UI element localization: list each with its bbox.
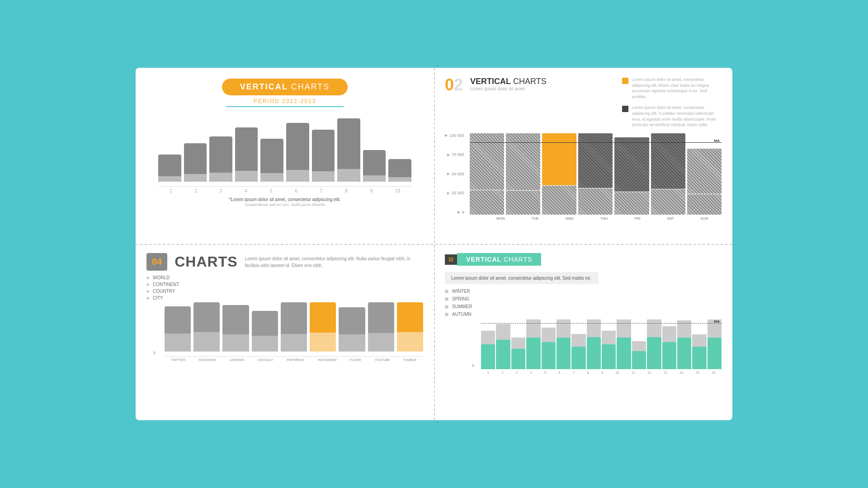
bl-bar-top bbox=[222, 305, 249, 334]
bl-bar-top bbox=[397, 302, 423, 332]
br-bar-chart: MA bbox=[481, 319, 722, 369]
br-bar-wrap bbox=[557, 319, 571, 369]
bar-tr-segment bbox=[542, 186, 576, 215]
bl-bar-bottom bbox=[222, 334, 249, 352]
bar-tl bbox=[184, 143, 207, 182]
bl-dot bbox=[146, 297, 149, 300]
br-category-row: WINTER bbox=[445, 289, 722, 294]
br-bar-teal bbox=[632, 351, 646, 369]
tr-bar-group bbox=[687, 133, 722, 215]
br-number: 12 bbox=[448, 257, 453, 262]
br-bar-wrap bbox=[587, 319, 601, 369]
br-bar-teal bbox=[602, 344, 616, 369]
tr-title-bold: VERTICAL bbox=[470, 77, 511, 86]
tr-bar-group bbox=[470, 133, 504, 215]
br-title-pill: VERTICAL CHARTS bbox=[457, 253, 541, 266]
tl-period-year: 2012-2013 bbox=[282, 98, 316, 104]
br-bar-wrap bbox=[708, 319, 722, 369]
bl-bar-top bbox=[339, 307, 365, 334]
tr-ma-line bbox=[470, 142, 722, 143]
br-x-label: 3 bbox=[516, 371, 518, 374]
legend-text: Lorem ipsum dolor sit amet, consectetur … bbox=[632, 105, 722, 127]
tr-y-label: ▶25 000 bbox=[447, 191, 464, 195]
tl-footnote-main: *Lorem ipsum dolor sit amet, consectetur… bbox=[149, 197, 420, 202]
tl-pill-light: CHARTS bbox=[288, 82, 330, 91]
tl-axis-label: 8 bbox=[345, 188, 348, 193]
br-bar-teal bbox=[677, 338, 691, 369]
br-bar-wrap bbox=[602, 319, 616, 369]
br-bar-grey bbox=[617, 319, 631, 338]
tl-axis-labels: 12345678910 bbox=[158, 188, 411, 193]
tl-axis-label: 6 bbox=[295, 188, 297, 193]
bl-category-row: CONTINENT bbox=[146, 282, 423, 287]
br-dot bbox=[445, 305, 448, 309]
br-bar-grey bbox=[571, 334, 585, 347]
br-x-label: 13 bbox=[664, 371, 667, 374]
bar-tl bbox=[363, 150, 386, 182]
br-x-label: 4 bbox=[530, 371, 532, 374]
bl-row-label: WORLD bbox=[153, 275, 170, 280]
bl-bar-bottom bbox=[310, 333, 336, 352]
bl-y-zero: 0 bbox=[153, 351, 156, 355]
bl-category-rows: WORLDCONTINENTCOUNTRYCITY bbox=[146, 275, 423, 300]
bottom-right-quadrant: 12 VERTICAL CHARTS Lorem ipsum dolor sit… bbox=[434, 244, 732, 420]
br-bar-wrap bbox=[632, 319, 646, 369]
br-bar-grey bbox=[662, 326, 676, 342]
br-bar-grey bbox=[602, 331, 616, 344]
tr-ma-label: MA bbox=[714, 139, 720, 143]
tr-bar-group bbox=[651, 133, 685, 215]
br-x-label: 6 bbox=[559, 371, 561, 374]
br-bar-teal bbox=[617, 338, 631, 369]
bl-row-label: COUNTRY bbox=[153, 289, 175, 294]
tr-y-arrow: ▶ bbox=[447, 153, 450, 157]
br-x-label: 7 bbox=[573, 371, 575, 374]
br-x-label: 8 bbox=[587, 371, 589, 374]
br-bar-teal bbox=[587, 337, 601, 369]
tr-y-label: ▶100 000 bbox=[445, 133, 464, 138]
bl-dot bbox=[146, 290, 149, 293]
bar-tl bbox=[312, 130, 335, 182]
tr-bar-group bbox=[506, 133, 540, 215]
tl-title-area: VERTICAL CHARTS PERIOD 2012-2013 bbox=[149, 79, 420, 107]
br-bar-teal bbox=[542, 342, 556, 369]
br-y-zero: 0 bbox=[472, 363, 474, 368]
tl-axis-label: 3 bbox=[220, 188, 222, 193]
tl-footnote-sub: Suspendisse sed ex orci. Nulla porta lob… bbox=[245, 202, 325, 207]
tl-pill: VERTICAL CHARTS bbox=[222, 79, 348, 95]
tl-bar-chart bbox=[158, 114, 411, 187]
tr-bar-chart: MA bbox=[470, 133, 722, 215]
bar-tr-segment bbox=[542, 133, 576, 185]
tr-chart-wrapper: ▶100 000▶75 000▶50 000▶25 000▶0 MA MONTU… bbox=[445, 133, 722, 221]
bl-chart-label: CHARTS bbox=[175, 253, 237, 270]
bar-tl bbox=[337, 118, 360, 182]
bl-bar-bottom bbox=[165, 333, 191, 352]
bl-description: Lorem ipsum dolor sit amet, consectetur … bbox=[245, 255, 417, 269]
bl-bar-wrap bbox=[252, 302, 278, 352]
tr-x-label: TUE bbox=[532, 216, 539, 221]
br-bar-teal bbox=[511, 349, 525, 369]
tr-num-main: 0 bbox=[445, 75, 454, 94]
bl-bar-bottom bbox=[193, 332, 220, 352]
br-row-label: SPRING bbox=[452, 296, 469, 301]
br-bar-grey bbox=[496, 324, 510, 340]
bl-x-label: LINKEDIN bbox=[230, 358, 244, 361]
br-x-label: 12 bbox=[648, 371, 651, 374]
br-x-label: 1 bbox=[487, 371, 489, 374]
bl-bar-bottom bbox=[252, 336, 278, 352]
tr-bar-group bbox=[578, 133, 613, 215]
br-bar-wrap bbox=[496, 319, 510, 369]
bl-x-label: PINTEREST bbox=[287, 358, 304, 361]
bl-bar-bottom bbox=[339, 334, 365, 352]
bar-tr-segment bbox=[651, 133, 685, 189]
br-bar-grey bbox=[692, 334, 706, 347]
br-bar-grey bbox=[632, 341, 646, 351]
bl-row-label: CONTINENT bbox=[153, 282, 179, 287]
bl-x-label: YOUTUBE bbox=[375, 358, 390, 361]
br-number-box: 12 bbox=[445, 254, 457, 265]
br-x-label: 11 bbox=[632, 371, 635, 374]
br-row-label: AUTUMN bbox=[452, 312, 472, 317]
tl-axis-label: 2 bbox=[194, 188, 197, 193]
br-bar-teal bbox=[647, 337, 661, 369]
bl-header: 04 CHARTS Lorem ipsum dolor sit amet, co… bbox=[146, 253, 423, 271]
bl-bar-wrap bbox=[368, 302, 394, 352]
